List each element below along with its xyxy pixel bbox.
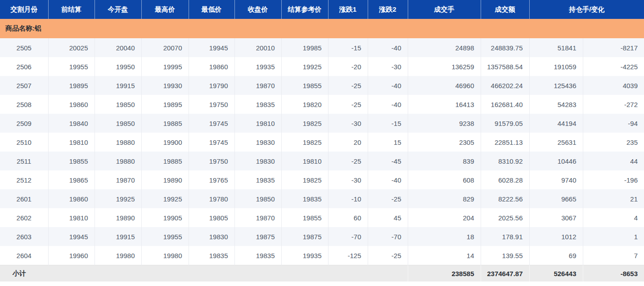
cell-change2: -45 — [368, 152, 408, 170]
cell-volume: 2305 — [408, 133, 481, 152]
table-row: 2510 19810 19880 19900 19745 19830 19825… — [0, 133, 644, 152]
cell-volume: 9238 — [408, 114, 481, 133]
col-header-prev-settlement: 前结算 — [48, 0, 95, 19]
cell-volume: 14 — [408, 246, 481, 265]
cell-volume: 18 — [408, 227, 481, 246]
cell-high: 19955 — [141, 227, 189, 246]
cell-open-interest: 9665 — [529, 189, 583, 208]
cell-close: 19835 — [234, 95, 281, 114]
cell-low: 19745 — [189, 133, 234, 152]
cell-low: 19945 — [189, 38, 234, 57]
cell-low: 19830 — [189, 227, 234, 246]
cell-oi-change: -272 — [583, 95, 644, 114]
cell-change2: -70 — [368, 227, 408, 246]
cell-open-interest: 1012 — [529, 227, 583, 246]
futures-daily-quotes-page: 交割月份 前结算 今开盘 最高价 最低价 收盘价 结算参考价 涨跌1 涨跌2 成… — [0, 0, 644, 286]
cell-settlement-ref: 19855 — [281, 76, 328, 95]
table-row: 2506 19955 19950 19995 19860 19935 19925… — [0, 57, 644, 76]
cell-turnover: 2025.56 — [481, 208, 529, 227]
cell-delivery-month: 2603 — [0, 227, 48, 246]
cell-open-interest: 25631 — [529, 133, 583, 152]
cell-oi-change: 44 — [583, 152, 644, 170]
cell-change1: -125 — [328, 246, 368, 265]
cell-prev-settlement: 19895 — [48, 76, 95, 95]
cell-high: 19995 — [141, 57, 189, 76]
cell-open: 19915 — [95, 227, 141, 246]
col-header-low: 最低价 — [189, 0, 234, 19]
cell-prev-settlement: 19855 — [48, 152, 95, 170]
cell-settlement-ref: 19825 — [281, 133, 328, 152]
cell-oi-change: -4225 — [583, 57, 644, 76]
subtotal-open-interest: 526443 — [529, 265, 583, 282]
col-header-open-interest-change: 持仓手/变化 — [529, 0, 644, 19]
cell-low: 19790 — [189, 76, 234, 95]
cell-oi-change: 4 — [583, 208, 644, 227]
cell-close: 20010 — [234, 38, 281, 57]
col-header-turnover: 成交额 — [481, 0, 529, 19]
col-header-close: 收盘价 — [234, 0, 281, 19]
subtotal-row: 小计 238585 2374647.87 526443 -8653 — [0, 265, 644, 282]
cell-high: 19895 — [141, 95, 189, 114]
cell-close: 19830 — [234, 152, 281, 170]
cell-oi-change: 1 — [583, 227, 644, 246]
cell-close: 19830 — [234, 133, 281, 152]
cell-turnover: 248839.75 — [481, 38, 529, 57]
table-row: 2601 19860 19925 19925 19780 19850 19835… — [0, 189, 644, 208]
cell-prev-settlement: 19810 — [48, 208, 95, 227]
cell-close: 19875 — [234, 227, 281, 246]
cell-open-interest: 51841 — [529, 38, 583, 57]
col-header-open: 今开盘 — [95, 0, 141, 19]
cell-volume: 24898 — [408, 38, 481, 57]
cell-delivery-month: 2510 — [0, 133, 48, 152]
cell-prev-settlement: 19810 — [48, 133, 95, 152]
cell-change2: -40 — [368, 95, 408, 114]
cell-volume: 608 — [408, 170, 481, 189]
cell-settlement-ref: 19875 — [281, 227, 328, 246]
table-row: 2507 19895 19915 19930 19790 19870 19855… — [0, 76, 644, 95]
cell-prev-settlement: 19945 — [48, 227, 95, 246]
cell-open-interest: 125436 — [529, 76, 583, 95]
cell-change1: -20 — [328, 57, 368, 76]
cell-delivery-month: 2506 — [0, 57, 48, 76]
cell-oi-change: 21 — [583, 189, 644, 208]
cell-high: 19980 — [141, 246, 189, 265]
cell-volume: 204 — [408, 208, 481, 227]
cell-oi-change: -8217 — [583, 38, 644, 57]
cell-low: 19805 — [189, 208, 234, 227]
cell-high: 19885 — [141, 114, 189, 133]
cell-prev-settlement: 20025 — [48, 38, 95, 57]
cell-turnover: 1357588.54 — [481, 57, 529, 76]
col-header-delivery-month: 交割月份 — [0, 0, 48, 19]
cell-change2: -30 — [368, 57, 408, 76]
cell-change2: -15 — [368, 114, 408, 133]
cell-close: 19870 — [234, 76, 281, 95]
cell-open: 19850 — [95, 95, 141, 114]
table-row: 2512 19865 19870 19890 19765 19835 19825… — [0, 170, 644, 189]
cell-open: 19950 — [95, 57, 141, 76]
cell-open: 19880 — [95, 133, 141, 152]
cell-turnover: 91579.05 — [481, 114, 529, 133]
cell-change1: -70 — [328, 227, 368, 246]
cell-high: 19930 — [141, 76, 189, 95]
cell-change2: -40 — [368, 38, 408, 57]
cell-close: 19870 — [234, 208, 281, 227]
cell-open: 19890 — [95, 208, 141, 227]
cell-open: 19850 — [95, 114, 141, 133]
cell-oi-change: 4039 — [583, 76, 644, 95]
cell-turnover: 162681.40 — [481, 95, 529, 114]
cell-low: 19750 — [189, 152, 234, 170]
cell-close: 19835 — [234, 246, 281, 265]
cell-change2: -25 — [368, 189, 408, 208]
cell-close: 19810 — [234, 114, 281, 133]
cell-prev-settlement: 19840 — [48, 114, 95, 133]
cell-prev-settlement: 19860 — [48, 95, 95, 114]
cell-high: 19890 — [141, 170, 189, 189]
table-row: 2604 19960 19980 19980 19835 19835 19935… — [0, 246, 644, 265]
cell-high: 19885 — [141, 152, 189, 170]
cell-low: 19860 — [189, 57, 234, 76]
cell-open: 19870 — [95, 170, 141, 189]
cell-high: 19925 — [141, 189, 189, 208]
cell-delivery-month: 2507 — [0, 76, 48, 95]
cell-oi-change: -94 — [583, 114, 644, 133]
cell-low: 19765 — [189, 170, 234, 189]
